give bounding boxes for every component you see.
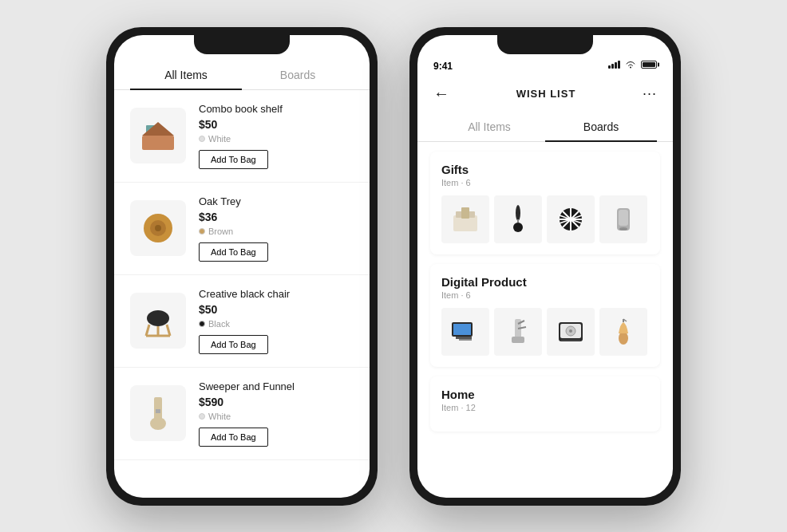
- color-dot-0: [199, 136, 205, 142]
- svg-point-7: [147, 310, 169, 326]
- board-thumb-digital-3: [599, 308, 647, 356]
- svg-line-9: [167, 325, 170, 336]
- product-price-3: $590: [199, 396, 354, 408]
- board-thumb-digital-1: [494, 308, 542, 356]
- product-image-2: [130, 293, 186, 349]
- board-count-gifts: Item · 6: [441, 178, 649, 187]
- svg-point-31: [619, 227, 627, 231]
- product-details-1: Oak Trey $36 Brown Add To Bag: [199, 195, 354, 262]
- status-time: 9:41: [433, 61, 453, 72]
- svg-rect-14: [156, 409, 160, 413]
- nav-bar: ← WISH LIST ···: [417, 78, 673, 112]
- product-price-0: $50: [199, 118, 354, 131]
- board-title-digital: Digital Product: [441, 275, 649, 289]
- notch-left: [194, 35, 290, 54]
- product-name-1: Oak Trey: [199, 195, 354, 207]
- svg-point-45: [619, 332, 628, 345]
- svg-rect-33: [453, 324, 471, 335]
- color-dot-1: [199, 228, 205, 234]
- board-item-gifts[interactable]: Gifts Item · 6: [430, 152, 660, 254]
- board-thumb-2: [547, 195, 595, 243]
- svg-rect-34: [456, 337, 472, 339]
- product-item-0: Combo book shelf $50 White Add To Bag: [114, 90, 370, 183]
- product-price-2: $50: [199, 303, 354, 316]
- svg-line-8: [146, 325, 149, 336]
- board-images-gifts: [441, 195, 649, 243]
- product-item-1: Oak Trey $36 Brown Add To Bag: [114, 183, 370, 275]
- color-dot-2: [199, 321, 205, 327]
- product-name-2: Creative black chair: [199, 288, 354, 300]
- board-title-gifts: Gifts: [441, 163, 649, 176]
- product-name-3: Sweeper and Funnel: [199, 380, 354, 392]
- product-color-2: Black: [199, 319, 354, 329]
- svg-point-13: [150, 417, 166, 430]
- product-list: Combo book shelf $50 White Add To Bag: [114, 90, 370, 481]
- product-image-3: [130, 385, 186, 441]
- left-phone: All Items Boards: [106, 27, 378, 506]
- product-color-1: Brown: [199, 227, 354, 236]
- right-phone: 9:41: [409, 27, 681, 506]
- board-images-digital: [441, 308, 649, 356]
- svg-point-19: [516, 205, 520, 221]
- product-item-3: Sweeper and Funnel $590 White Add To Bag: [114, 368, 370, 460]
- tab-boards-left[interactable]: Boards: [242, 61, 354, 89]
- tab-boards-right[interactable]: Boards: [545, 112, 657, 141]
- board-thumb-digital-2: [547, 308, 595, 356]
- board-thumb-3: [599, 195, 647, 243]
- product-details-3: Sweeper and Funnel $590 White Add To Bag: [199, 380, 354, 447]
- svg-point-15: [630, 66, 631, 68]
- svg-point-6: [155, 225, 161, 231]
- page-title: WISH LIST: [516, 88, 576, 100]
- boards-list: Gifts Item · 6: [417, 142, 673, 498]
- board-item-home[interactable]: Home Item · 12: [430, 376, 660, 432]
- svg-rect-44: [561, 340, 580, 341]
- notch-right: [497, 35, 593, 54]
- board-item-digital[interactable]: Digital Product Item · 6: [430, 264, 660, 367]
- right-tabs: All Items Boards: [417, 112, 673, 142]
- board-title-home: Home: [441, 388, 649, 401]
- tab-all-items-right[interactable]: All Items: [433, 112, 545, 141]
- status-icons: [608, 61, 657, 69]
- svg-rect-37: [512, 337, 524, 343]
- svg-point-20: [513, 223, 523, 232]
- svg-rect-35: [459, 339, 472, 341]
- tab-all-items-left[interactable]: All Items: [130, 61, 242, 89]
- product-details-0: Combo book shelf $50 White Add To Bag: [199, 103, 354, 169]
- add-to-bag-btn-2[interactable]: Add To Bag: [199, 335, 268, 354]
- board-thumb-1: [494, 195, 542, 243]
- svg-rect-30: [619, 210, 628, 226]
- svg-point-43: [569, 329, 572, 333]
- signal-bars-icon: [608, 61, 620, 69]
- more-button[interactable]: ···: [643, 85, 657, 102]
- back-button[interactable]: ←: [433, 85, 449, 103]
- color-dot-3: [199, 413, 205, 420]
- product-color-0: White: [199, 134, 354, 144]
- add-to-bag-btn-0[interactable]: Add To Bag: [199, 150, 268, 169]
- board-thumb-digital-0: [441, 308, 489, 356]
- board-count-home: Item · 12: [441, 403, 649, 412]
- product-price-1: $36: [199, 211, 354, 223]
- board-count-digital: Item · 6: [441, 290, 649, 300]
- product-image-0: [130, 108, 186, 164]
- add-to-bag-btn-3[interactable]: Add To Bag: [199, 428, 268, 447]
- product-image-1: [130, 200, 186, 256]
- left-tabs: All Items Boards: [114, 61, 370, 90]
- svg-rect-18: [461, 207, 469, 219]
- wifi-icon: [625, 61, 636, 69]
- battery-icon: [641, 61, 657, 69]
- product-color-3: White: [199, 412, 354, 421]
- svg-rect-0: [142, 136, 174, 150]
- product-name-0: Combo book shelf: [199, 103, 354, 115]
- svg-rect-12: [154, 397, 162, 420]
- board-thumb-0: [441, 195, 489, 243]
- product-details-2: Creative black chair $50 Black Add To Ba…: [199, 288, 354, 354]
- product-item-2: Creative black chair $50 Black Add To Ba…: [114, 275, 370, 368]
- add-to-bag-btn-1[interactable]: Add To Bag: [199, 242, 268, 262]
